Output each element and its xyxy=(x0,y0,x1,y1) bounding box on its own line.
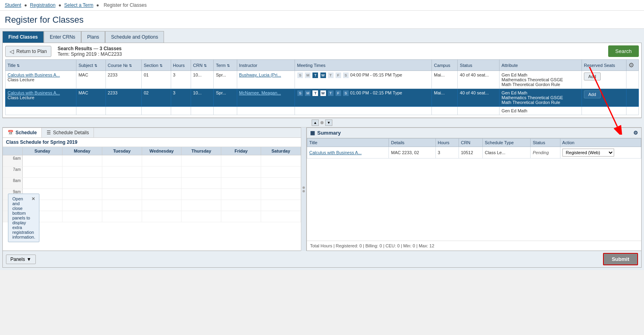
schedule-panel-tabs: 📅 Schedule ☰ Schedule Details xyxy=(3,128,301,138)
table-row: Gen Ed Math xyxy=(6,107,639,115)
schedule-panel: 📅 Schedule ☰ Schedule Details Class Sche… xyxy=(2,127,301,251)
divider-dot xyxy=(320,121,324,124)
breadcrumb-select-term[interactable]: Select a Term xyxy=(64,2,93,8)
calendar-row-8am: 8am xyxy=(3,178,301,189)
submit-button[interactable]: Submit xyxy=(603,253,638,265)
divider-controls: ▲ ▼ xyxy=(2,118,642,127)
results-table: Title ⇅ Subject ⇅ Course № ⇅ Section ⇅ H… xyxy=(5,59,639,115)
summary-table: Title Details Hours CRN Schedule Type St… xyxy=(307,138,641,159)
day-W2: W xyxy=(320,90,326,96)
total-hours: Total Hours | Registered: 0 | Billing: 0… xyxy=(307,241,641,251)
tab-plans[interactable]: Plans xyxy=(81,31,105,43)
day-F2: F xyxy=(336,90,341,96)
summary-header: ▦ Summary ⚙ xyxy=(307,128,641,138)
summary-title-link[interactable]: Calculus with Business A... xyxy=(309,150,361,155)
col-hours[interactable]: Hours xyxy=(171,60,191,71)
col-term[interactable]: Term ⇅ xyxy=(214,60,237,71)
day-S1b: S xyxy=(343,72,349,78)
col-gear[interactable]: ⚙ xyxy=(626,60,638,71)
summary-table-row: Calculus with Business A... MAC 2233, 02… xyxy=(307,147,641,159)
col-campus[interactable]: Campus xyxy=(432,60,458,71)
day-F1: F xyxy=(336,72,341,78)
vertical-resize-handle[interactable] xyxy=(301,127,306,251)
day-M1: M xyxy=(305,72,310,78)
left-arrow-icon: ◁ xyxy=(10,48,14,55)
summary-gear-icon[interactable]: ⚙ xyxy=(633,130,638,136)
col-crn[interactable]: CRN ⇅ xyxy=(191,60,214,71)
col-section[interactable]: Section ⇅ xyxy=(142,60,171,71)
results-panel: ◁ Return to Plan Search Results — 3 Clas… xyxy=(2,43,642,118)
main-tabs: Find Classes Enter CRNs Plans Schedule a… xyxy=(2,31,642,43)
col-subject[interactable]: Subject ⇅ xyxy=(76,60,105,71)
tab-enter-crns[interactable]: Enter CRNs xyxy=(44,31,81,43)
schedule-tab[interactable]: 📅 Schedule xyxy=(3,128,42,137)
calendar-row-9am: 9am xyxy=(3,189,301,200)
row2-title: Calculus with Business A... Class Lectur… xyxy=(6,89,76,107)
breadcrumb-current: Register for Classes xyxy=(103,2,146,8)
panels-button[interactable]: Panels ▼ xyxy=(6,255,36,264)
day-T1b: T xyxy=(328,72,334,78)
calendar-grid: Sunday Monday Tuesday Wednesday Thursday… xyxy=(3,147,301,251)
day-W1: W xyxy=(320,72,326,78)
action-dropdown[interactable]: Registered (Web) xyxy=(562,149,614,157)
row1-title-link[interactable]: Calculus with Business A... xyxy=(8,72,60,77)
tab-schedule-options[interactable]: Schedule and Options xyxy=(105,31,164,43)
schedule-details-tab[interactable]: ☰ Schedule Details xyxy=(42,128,94,137)
day-S2: S xyxy=(297,90,303,96)
divider-up-button[interactable]: ▲ xyxy=(312,120,319,126)
search-button[interactable]: Search xyxy=(608,45,639,57)
calendar-row-10am: 10am xyxy=(3,200,301,211)
col-instructor[interactable]: Instructor xyxy=(237,60,295,71)
breadcrumb-student[interactable]: Student xyxy=(5,2,21,8)
calendar-header: Sunday Monday Tuesday Wednesday Thursday… xyxy=(3,147,301,155)
table-icon: ▦ xyxy=(310,130,315,136)
calendar-icon: 📅 xyxy=(8,130,14,135)
calendar-row-7am: 7am xyxy=(3,167,301,178)
table-row: Calculus with Business A... Class Lectur… xyxy=(6,71,639,89)
list-icon: ☰ xyxy=(47,130,51,135)
day-S1: S xyxy=(297,72,303,78)
summary-panel: ▦ Summary ⚙ Title Details Hours CRN Sche… xyxy=(306,127,642,251)
class-schedule-title: Class Schedule for Spring 2019 xyxy=(3,138,301,147)
page-title: Register for Classes xyxy=(0,11,644,29)
bottom-bar: ✕ Open and close bottom panels to displa… xyxy=(2,251,642,268)
tooltip-close-button[interactable]: ✕ xyxy=(31,196,35,202)
day-T1: T xyxy=(312,72,318,78)
breadcrumb-registration[interactable]: Registration xyxy=(30,2,55,8)
search-results-info: Search Results — 3 Classes Term: Spring … xyxy=(51,46,608,57)
day-T2: T xyxy=(312,90,318,96)
col-reserved-seats[interactable]: Reserved Seats xyxy=(582,60,626,71)
col-meeting-times[interactable]: Meeting Times xyxy=(295,60,432,71)
row2-title-link[interactable]: Calculus with Business A... xyxy=(8,90,60,95)
tooltip-box: ✕ Open and close bottom panels to displa… xyxy=(8,194,39,242)
dropdown-arrow-icon: ▼ xyxy=(27,257,31,262)
col-status[interactable]: Status xyxy=(458,60,500,71)
tooltip-container: ✕ Open and close bottom panels to displa… xyxy=(6,255,36,264)
divider-down-button[interactable]: ▼ xyxy=(325,120,332,126)
tab-find-classes[interactable]: Find Classes xyxy=(2,31,44,43)
table-row: Calculus with Business A... Class Lectur… xyxy=(6,89,639,107)
breadcrumb: Student ● Registration ● Select a Term ●… xyxy=(0,0,644,11)
day-S2b: S xyxy=(343,90,349,96)
col-title[interactable]: Title ⇅ xyxy=(6,60,76,71)
col-course[interactable]: Course № ⇅ xyxy=(105,60,142,71)
col-attribute[interactable]: Attribute xyxy=(500,60,582,71)
calendar-row-6am: 6am xyxy=(3,155,301,167)
add-button-row2[interactable]: Add xyxy=(584,90,601,98)
return-to-plan-button[interactable]: ◁ Return to Plan xyxy=(5,46,51,57)
bottom-section: 📅 Schedule ☰ Schedule Details Class Sche… xyxy=(2,127,642,251)
add-button-row1[interactable]: Add xyxy=(584,72,601,80)
row1-title: Calculus with Business A... Class Lectur… xyxy=(6,71,76,89)
day-T2b: T xyxy=(328,90,334,96)
day-M2: M xyxy=(305,90,310,96)
calendar-row-11am: 11am xyxy=(3,211,301,222)
